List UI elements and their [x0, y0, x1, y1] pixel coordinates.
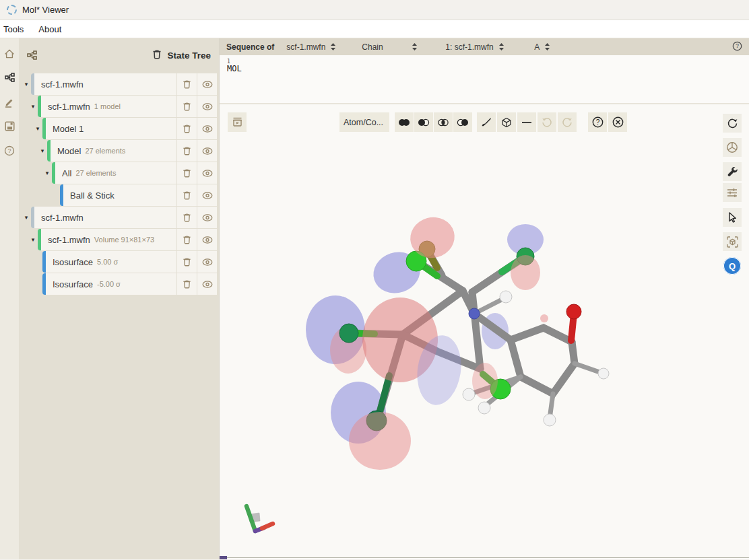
controls-wrench-icon[interactable] [723, 162, 742, 181]
caret-down-icon[interactable]: ▾ [25, 81, 28, 88]
row-delete-icon[interactable] [176, 184, 197, 206]
caret-down-icon[interactable]: ▾ [32, 103, 35, 110]
row-visibility-eye-icon[interactable] [197, 207, 217, 228]
sequence-unit-select[interactable]: 1: scf-1.mwfn [443, 41, 513, 53]
tree-row[interactable]: Ball & Stick [19, 184, 217, 206]
selection-mode-toggle-button[interactable] [228, 112, 247, 132]
row-visibility-eye-icon[interactable] [197, 118, 217, 139]
settings-sliders-icon[interactable] [723, 183, 742, 202]
save-icon[interactable] [1, 117, 18, 135]
tree-row[interactable]: ▾ Model 1 [19, 118, 217, 139]
panel-title: State Tree [167, 50, 211, 61]
row-sub: 27 elements [75, 169, 116, 177]
row-label: Isosurface [53, 257, 93, 267]
selection-cursor-icon[interactable] [723, 208, 742, 227]
focus-view-icon[interactable] [723, 232, 742, 251]
row-delete-icon[interactable] [176, 118, 197, 139]
updown-arrows-icon [331, 43, 335, 50]
row-visibility-eye-icon[interactable] [197, 229, 217, 250]
state-tree-header: State Tree [19, 38, 219, 72]
row-sub: 5.00 σ [97, 258, 118, 266]
caret-down-icon[interactable]: ▾ [46, 170, 49, 176]
menu-bar: Tools About [0, 20, 749, 38]
close-toolbar-button[interactable] [608, 112, 627, 132]
row-visibility-eye-icon[interactable] [197, 184, 217, 206]
caret-down-icon[interactable]: ▾ [36, 125, 40, 132]
tree-row[interactable]: Isosurface-5.00 σ [19, 273, 217, 295]
sequence-view: 1 MOL [220, 55, 749, 104]
svg-text:?: ? [595, 118, 599, 126]
q-extension-badge[interactable]: Q [723, 257, 741, 275]
edit-icon[interactable] [1, 93, 18, 111]
menu-about[interactable]: About [38, 24, 61, 34]
selection-set-button[interactable] [453, 112, 472, 132]
selection-help-button[interactable]: ? [588, 112, 607, 132]
svg-text:?: ? [736, 42, 739, 49]
tree-row[interactable]: ▾ scf-1.mwfn [19, 73, 217, 95]
viewport-bottom-edge [220, 557, 749, 558]
caret-down-icon[interactable]: ▾ [41, 147, 44, 154]
row-label: Isosurface [53, 279, 93, 289]
clear-state-trash-icon[interactable] [152, 49, 162, 62]
screenshot-camera-icon[interactable] [723, 138, 742, 157]
row-label: All [62, 168, 71, 178]
home-icon[interactable] [1, 44, 18, 63]
row-visibility-eye-icon[interactable] [197, 273, 217, 295]
state-tree-panel: State Tree ▾ scf-1.mwfn ▾ scf-1.mwfn1 mo… [19, 38, 219, 559]
row-delete-icon[interactable] [176, 162, 197, 184]
svg-text:?: ? [7, 147, 11, 154]
row-label: scf-1.mwfn [41, 79, 84, 90]
reset-camera-icon[interactable] [723, 114, 742, 133]
sequence-of-label: Sequence of [226, 42, 274, 52]
selection-subtract-button[interactable] [414, 112, 433, 132]
picking-granularity-dropdown[interactable]: Atom/Co... [339, 112, 389, 132]
row-visibility-eye-icon[interactable] [197, 251, 217, 273]
tree-header-icon [27, 50, 37, 61]
viewport-canvas[interactable]: Atom/Co... [220, 104, 749, 559]
tree-row[interactable]: ▾ Model27 elements [19, 140, 217, 162]
sequence-residue[interactable]: 1 MOL [227, 59, 242, 73]
task-indicator [220, 556, 227, 559]
sequence-chain-select[interactable]: A [531, 41, 552, 53]
tree-row[interactable]: ▾ scf-1.mwfnVolume 91×81×73 [19, 229, 217, 250]
caret-down-icon[interactable]: ▾ [25, 214, 28, 221]
help-icon[interactable]: ? [1, 141, 18, 160]
tree-row[interactable]: ▾ All27 elements [19, 162, 217, 184]
row-visibility-eye-icon[interactable] [197, 73, 217, 95]
row-visibility-eye-icon[interactable] [197, 96, 217, 117]
title-bar: Mol* Viewer [0, 0, 749, 20]
sequence-help-icon[interactable]: ? [732, 41, 742, 53]
tree-row[interactable]: ▾ scf-1.mwfn1 model [19, 96, 217, 117]
sequence-entity-select[interactable]: Chain [359, 41, 420, 53]
row-label: Model 1 [53, 124, 84, 134]
state-tree: ▾ scf-1.mwfn ▾ scf-1.mwfn1 model ▾ Model… [19, 73, 217, 295]
menu-tools[interactable]: Tools [3, 24, 24, 34]
state-tree-icon[interactable] [1, 69, 18, 87]
undo-history-button [538, 112, 556, 132]
row-delete-icon[interactable] [176, 140, 197, 162]
selection-intersect-button[interactable] [434, 112, 453, 132]
representation-cube-button[interactable] [497, 112, 516, 132]
row-visibility-eye-icon[interactable] [197, 162, 217, 184]
row-delete-icon[interactable] [176, 251, 197, 273]
row-delete-icon[interactable] [176, 96, 197, 117]
sequence-bar: Sequence of scf-1.mwfn Chain 1: scf-1.mw… [220, 38, 749, 55]
updown-arrows-icon [412, 43, 417, 50]
orientation-axes-widget[interactable] [230, 500, 277, 537]
viewport-controls: Q [723, 114, 742, 275]
row-delete-icon[interactable] [176, 273, 197, 295]
residue-name: MOL [227, 65, 242, 73]
selection-union-button[interactable] [395, 112, 414, 132]
row-sub: Volume 91×81×73 [94, 236, 154, 244]
sequence-structure-select[interactable]: scf-1.mwfn [284, 41, 348, 53]
row-delete-icon[interactable] [176, 73, 197, 95]
row-delete-icon[interactable] [176, 229, 197, 250]
row-visibility-eye-icon[interactable] [197, 140, 217, 162]
apply-theme-brush-button[interactable] [477, 112, 496, 132]
tree-row[interactable]: Isosurface5.00 σ [19, 251, 217, 273]
caret-down-icon[interactable]: ▾ [32, 236, 35, 243]
remove-component-minus-button[interactable] [517, 112, 536, 132]
row-delete-icon[interactable] [176, 207, 197, 228]
tree-row[interactable]: ▾ scf-1.mwfn [19, 207, 217, 228]
row-label: Model [57, 146, 81, 156]
